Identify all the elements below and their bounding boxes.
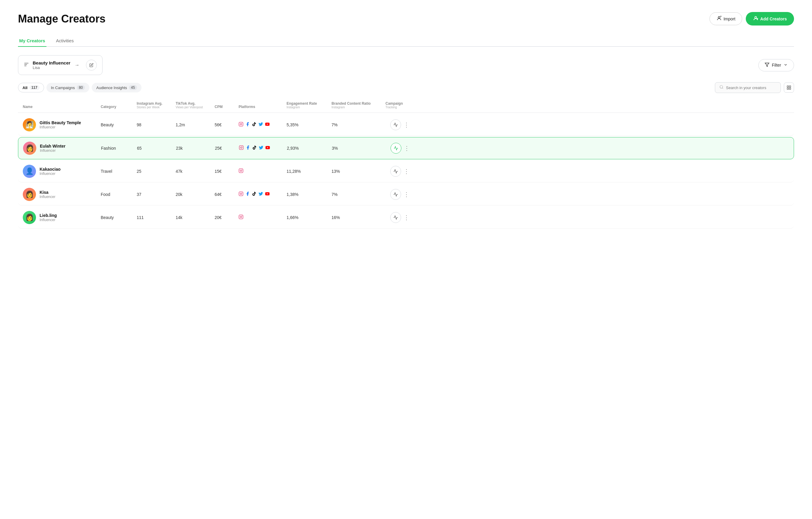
table-body: 🧖 Gittis Beauty Temple Influencer Beauty…: [18, 114, 794, 228]
th-name: Name: [23, 105, 101, 109]
filter-card-sub: Lisa: [33, 65, 70, 70]
tt-platform-icon: [252, 122, 257, 128]
table-row[interactable]: 👤 Kakaociao Influencer Travel 25 47k 15€…: [18, 161, 794, 183]
creator-instagram-avg: 25: [137, 169, 176, 174]
svg-point-22: [242, 146, 242, 147]
creator-category: Beauty: [101, 122, 137, 127]
th-platforms: Platforms: [239, 105, 287, 109]
svg-point-25: [240, 170, 241, 171]
svg-rect-31: [239, 215, 243, 219]
analytics-button[interactable]: [390, 189, 401, 200]
sub-tab-audience-insights[interactable]: Audience Insights 45: [92, 83, 142, 92]
tab-activities[interactable]: Activities: [55, 35, 75, 47]
filter-card[interactable]: Beauty Influencer Lisa →: [18, 55, 103, 75]
fb-platform-icon: [245, 191, 250, 197]
add-creators-button[interactable]: Add Creators: [746, 12, 794, 26]
search-input[interactable]: [726, 85, 774, 90]
creator-platforms: [239, 145, 287, 151]
filter-icon: [765, 62, 770, 68]
creator-instagram-avg: 98: [137, 122, 176, 127]
column-toggle-button[interactable]: [784, 82, 794, 93]
search-icon: [719, 85, 724, 90]
svg-point-33: [242, 216, 242, 216]
table-row[interactable]: 👩 Eulah Winter Influencer Fashion 65 23k…: [18, 137, 794, 159]
creator-info: 🧖 Gittis Beauty Temple Influencer: [23, 118, 101, 131]
ig-platform-icon: [239, 168, 243, 174]
creator-type: Influencer: [39, 125, 81, 129]
search-box[interactable]: [715, 82, 781, 93]
th-campaign: Campaign Tracking: [385, 101, 409, 109]
avatar: 🧖: [23, 118, 36, 131]
svg-rect-13: [789, 86, 791, 87]
creator-info: 👤 Kakaociao Influencer: [23, 165, 101, 178]
creator-engagement-rate: 2,93%: [287, 146, 332, 151]
avatar: 👩: [23, 188, 36, 201]
import-icon: [716, 16, 722, 22]
creator-branded-content: 7%: [331, 122, 385, 127]
svg-point-10: [720, 85, 723, 88]
more-options-button[interactable]: ⋮: [403, 168, 409, 175]
main-tabs: My Creators Activities: [18, 35, 794, 47]
sub-tab-all[interactable]: All 117: [18, 83, 44, 92]
svg-marker-9: [765, 63, 769, 66]
creator-name: Kakaociao: [39, 167, 61, 172]
more-options-button[interactable]: ⋮: [403, 121, 409, 128]
svg-point-0: [718, 17, 720, 18]
svg-rect-16: [239, 122, 243, 126]
creator-actions: ⋮: [385, 166, 409, 177]
creator-tiktok-avg: 23k: [176, 146, 215, 151]
sub-tab-in-campaigns[interactable]: In Campaigns 80: [47, 83, 90, 92]
analytics-button[interactable]: [390, 119, 401, 130]
creator-cpm: 64€: [214, 192, 239, 197]
creator-tiktok-avg: 47k: [176, 169, 214, 174]
sub-tabs-row: All 117 In Campaigns 80 Audience Insight…: [18, 82, 794, 93]
filter-card-name: Beauty Influencer: [33, 60, 70, 65]
more-options-button[interactable]: ⋮: [404, 145, 410, 152]
creator-info: 👩 Lieb.ling Influencer: [23, 211, 101, 224]
ig-platform-icon: [239, 215, 243, 220]
analytics-button[interactable]: [390, 212, 401, 223]
svg-point-17: [240, 123, 241, 125]
creator-type: Influencer: [39, 195, 55, 199]
filter-card-text: Beauty Influencer Lisa: [33, 60, 70, 70]
svg-rect-15: [789, 88, 791, 89]
creators-table: Name Category Instagram Avg. Stories per…: [18, 99, 794, 228]
import-button[interactable]: Import: [709, 12, 743, 25]
more-options-button[interactable]: ⋮: [403, 191, 409, 198]
creator-tiktok-avg: 1,2m: [176, 122, 214, 127]
sub-tabs: All 117 In Campaigns 80 Audience Insight…: [18, 83, 142, 92]
svg-point-28: [240, 193, 241, 194]
yt-platform-icon: [265, 122, 270, 128]
filter-card-row: Beauty Influencer Lisa → Filter: [18, 55, 794, 75]
analytics-button[interactable]: [390, 143, 401, 154]
table-row[interactable]: 🧖 Gittis Beauty Temple Influencer Beauty…: [18, 114, 794, 136]
creator-engagement-rate: 5,35%: [287, 122, 331, 127]
yt-platform-icon: [265, 145, 270, 151]
tt-platform-icon: [252, 191, 257, 197]
table-header: Name Category Instagram Avg. Stories per…: [18, 99, 794, 113]
creator-actions: ⋮: [385, 212, 409, 223]
th-branded-content: Branded Content Ratio Instagram: [331, 101, 385, 109]
analytics-button[interactable]: [390, 166, 401, 177]
svg-point-18: [242, 123, 242, 123]
creator-category: Travel: [101, 169, 137, 174]
table-row[interactable]: 👩 Kisa Influencer Food 37 20k 64€ 1,38% …: [18, 184, 794, 206]
th-tiktok-avg: TikTok Avg. Views per Videopost: [176, 101, 214, 109]
sub-tab-audience-count: 45: [129, 85, 137, 90]
filter-label: Filter: [772, 63, 781, 67]
arrow-right-icon: →: [75, 62, 80, 68]
filter-edit-button[interactable]: [86, 60, 97, 71]
creator-actions: ⋮: [386, 143, 410, 154]
table-row[interactable]: 👩 Lieb.ling Influencer Beauty 111 14k 20…: [18, 207, 794, 228]
search-col-row: [715, 82, 794, 93]
ig-platform-icon: [239, 191, 243, 197]
creator-cpm: 25€: [215, 146, 239, 151]
tab-my-creators[interactable]: My Creators: [18, 35, 47, 47]
avatar: 👩: [23, 211, 36, 224]
page-header: Manage Creators Import Add Creators: [18, 12, 794, 26]
ig-platform-icon: [239, 122, 243, 128]
more-options-button[interactable]: ⋮: [403, 214, 409, 221]
creator-platforms: [239, 122, 287, 128]
th-category: Category: [101, 105, 137, 109]
filter-button[interactable]: Filter: [758, 59, 794, 72]
